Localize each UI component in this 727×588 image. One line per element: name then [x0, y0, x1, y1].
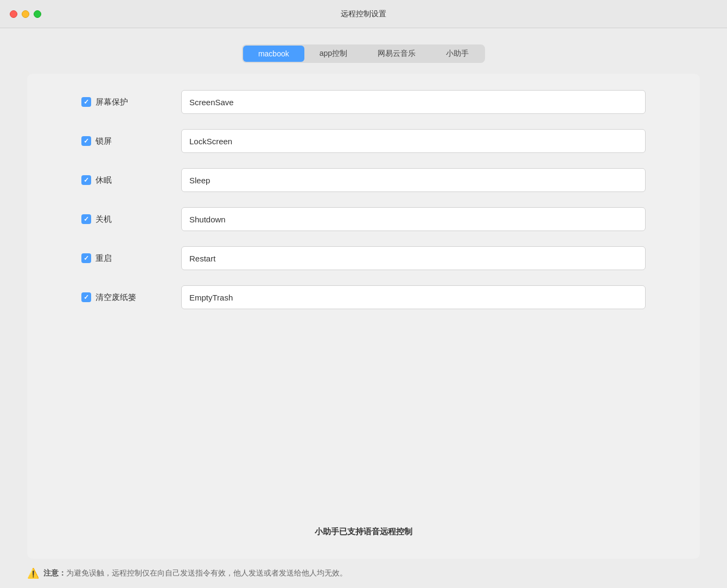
- emptytrash-checkbox[interactable]: [81, 292, 91, 302]
- emptytrash-input[interactable]: [181, 285, 646, 309]
- screensave-label-group: 屏幕保护: [81, 97, 168, 107]
- minimize-button[interactable]: [22, 10, 29, 18]
- bottom-warning: ⚠️ 注意：为避免误触，远程控制仅在向自己发送指令有效，他人发送或者发送给他人均…: [0, 559, 727, 588]
- sleep-label-group: 休眠: [81, 175, 168, 186]
- tab-assistant[interactable]: 小助手: [431, 46, 484, 62]
- screensave-label: 屏幕保护: [95, 97, 128, 107]
- lockscreen-checkbox[interactable]: [81, 136, 91, 146]
- main-content: macbook app控制 网易云音乐 小助手 屏幕保护 锁屏: [27, 28, 700, 559]
- form-row-sleep: 休眠: [81, 168, 646, 192]
- lockscreen-input[interactable]: [181, 129, 646, 153]
- shutdown-input[interactable]: [181, 207, 646, 231]
- warning-bold: 注意：: [43, 568, 66, 577]
- maximize-button[interactable]: [34, 10, 41, 18]
- shutdown-label-group: 关机: [81, 214, 168, 225]
- form-row-lockscreen: 锁屏: [81, 129, 646, 153]
- sleep-checkbox[interactable]: [81, 175, 91, 185]
- tabs-container: macbook app控制 网易云音乐 小助手: [27, 44, 700, 63]
- settings-panel: 屏幕保护 锁屏 休眠: [27, 74, 700, 559]
- titlebar: 远程控制设置: [0, 0, 727, 28]
- sleep-label: 休眠: [95, 175, 112, 186]
- screensave-checkbox[interactable]: [81, 97, 91, 107]
- form-rows: 屏幕保护 锁屏 休眠: [81, 90, 646, 510]
- window-controls: [10, 10, 41, 18]
- form-row-restart: 重启: [81, 246, 646, 270]
- emptytrash-label-group: 清空废纸篓: [81, 292, 168, 303]
- lockscreen-label-group: 锁屏: [81, 136, 168, 146]
- shutdown-checkbox[interactable]: [81, 214, 91, 224]
- tab-app-control[interactable]: app控制: [304, 46, 362, 62]
- restart-label-group: 重启: [81, 253, 168, 264]
- warning-icon: ⚠️: [27, 567, 39, 579]
- form-row-screensave: 屏幕保护: [81, 90, 646, 114]
- restart-checkbox[interactable]: [81, 253, 91, 263]
- restart-input[interactable]: [181, 246, 646, 270]
- screensave-input[interactable]: [181, 90, 646, 114]
- form-row-emptytrash: 清空废纸篓: [81, 285, 646, 309]
- tab-netease-music[interactable]: 网易云音乐: [362, 46, 431, 62]
- restart-label: 重启: [95, 253, 112, 264]
- close-button[interactable]: [10, 10, 17, 18]
- warning-text: 注意：为避免误触，远程控制仅在向自己发送指令有效，他人发送或者发送给他人均无效。: [43, 568, 347, 578]
- footer-note: 小助手已支持语音远程控制: [81, 527, 646, 537]
- window-title: 远程控制设置: [341, 9, 386, 19]
- sleep-input[interactable]: [181, 168, 646, 192]
- emptytrash-label: 清空废纸篓: [95, 292, 136, 303]
- warning-body: 为避免误触，远程控制仅在向自己发送指令有效，他人发送或者发送给他人均无效。: [66, 568, 347, 577]
- shutdown-label: 关机: [95, 214, 112, 225]
- tabs: macbook app控制 网易云音乐 小助手: [242, 44, 485, 63]
- lockscreen-label: 锁屏: [95, 136, 112, 146]
- tab-macbook[interactable]: macbook: [243, 46, 304, 62]
- form-row-shutdown: 关机: [81, 207, 646, 231]
